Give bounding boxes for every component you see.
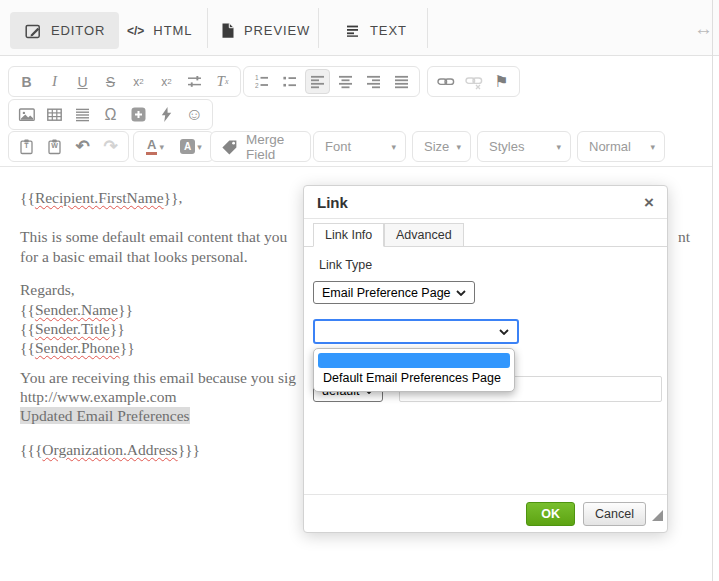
option-empty-highlighted[interactable] [318,353,510,368]
image-button[interactable] [14,102,39,127]
tab-html[interactable]: </> HTML [113,12,206,49]
undo-icon: ↶ [75,138,89,155]
link-type-select[interactable]: Email Preference Page [313,281,475,304]
tab-text[interactable]: TEXT [330,12,421,49]
merge-field-button[interactable]: Merge Field [210,131,311,162]
panel-resize-handle[interactable]: ↔ [694,18,713,40]
body-text-line: for a basic email that looks personal. [20,247,248,266]
preference-page-select[interactable] [313,319,519,344]
strikethrough-button[interactable]: S [98,69,123,94]
toolbar-group-clipboard: T W ↶ ↷ [8,131,129,162]
text-color-button[interactable]: A ▾ [139,134,171,159]
justify-icon [393,73,410,90]
ok-button[interactable]: OK [526,502,575,526]
toolbar-group-colors: A ▾ A ▾ [133,131,214,162]
toolbar-group-basicstyles: B I U S x2 x2 Tx [8,66,241,97]
redo-icon: ↷ [103,138,117,155]
dialog-tab-advanced[interactable]: Advanced [384,223,464,247]
link-icon [437,73,455,90]
horizontal-rule-button[interactable] [70,102,95,127]
tab-html-label: HTML [153,23,192,38]
embed-media-button[interactable] [126,102,151,127]
dialog-tab-link-info[interactable]: Link Info [313,223,384,247]
undo-button[interactable]: ↶ [70,134,95,159]
ordered-list-icon: 12 [253,73,270,90]
align-right-button[interactable] [361,69,386,94]
tab-text-label: TEXT [370,23,407,38]
cancel-button[interactable]: Cancel [583,502,646,526]
caret-down-icon: ▾ [391,142,396,152]
bold-button[interactable]: B [14,69,39,94]
pencil-square-icon [24,22,42,40]
bulleted-list-button[interactable] [277,69,302,94]
dialog-resize-handle[interactable] [652,510,663,521]
italic-button[interactable]: I [42,69,67,94]
align-center-icon [337,73,354,90]
chevron-down-icon [456,290,466,296]
merge-field-organization: {{{Organization.Address}}} [20,440,200,459]
table-button[interactable] [42,102,67,127]
editor-right-border [712,0,713,581]
text-color-icon: A [146,138,157,155]
align-center-button[interactable] [333,69,358,94]
dialog-header[interactable]: Link × [304,186,667,219]
body-text-line: You are receiving this email because you… [20,368,296,387]
flag-icon: ⚑ [494,72,508,91]
horizontal-rule-icon [74,106,91,123]
dialog-title: Link [317,194,348,211]
tab-editor[interactable]: EDITOR [10,12,119,49]
lightning-icon [158,106,175,123]
ordered-list-button[interactable]: 12 [249,69,274,94]
dialog-footer: OK Cancel [304,494,667,532]
tab-divider [207,8,208,48]
close-icon[interactable]: × [644,194,654,211]
smiley-icon: ☺ [186,105,203,125]
body-text-line: Regards, [20,280,75,299]
link-button[interactable] [433,69,458,94]
line-spacing-button[interactable] [182,69,207,94]
body-text-line: This is some default email content that … [20,227,287,246]
mode-tabbar: EDITOR </> HTML PREVIEW TEXT ↔ [0,0,719,56]
tab-divider [318,8,319,48]
tab-divider [427,8,428,48]
option-default-email-preferences[interactable]: Default Email Preferences Page [316,369,512,388]
bg-color-button[interactable]: A ▾ [174,134,208,159]
emoji-button[interactable]: ☺ [182,102,207,127]
superscript-button[interactable]: x2 [154,69,179,94]
justify-button[interactable] [389,69,414,94]
font-dropdown[interactable]: Font▾ [313,131,406,162]
subscript-button[interactable]: x2 [126,69,151,94]
select-options-popup: Default Email Preferences Page [313,348,515,392]
paste-text-button[interactable]: T [14,134,39,159]
unlink-button[interactable] [461,69,486,94]
tab-preview[interactable]: PREVIEW [206,12,324,49]
anchor-button[interactable]: ⚑ [489,69,514,94]
special-char-button[interactable]: Ω [98,102,123,127]
svg-text:2: 2 [255,82,259,89]
caret-down-icon: ▾ [650,142,655,152]
link-dialog: Link × Link Info Advanced Link Type Emai… [303,185,668,533]
merge-field-sender-name: {{Sender.Name}} [20,300,133,319]
plus-box-icon [130,106,147,123]
unlink-icon [465,73,483,90]
underline-button[interactable]: U [70,69,95,94]
omega-icon: Ω [105,106,117,124]
code-icon: </> [127,24,144,38]
tag-icon [221,138,239,156]
size-dropdown[interactable]: Size▾ [412,131,471,162]
tab-editor-label: EDITOR [51,23,105,38]
align-right-icon [365,73,382,90]
styles-dropdown[interactable]: Styles▾ [477,131,571,162]
site-url-text: http://www.example.com [20,387,177,406]
body-text-line-tail: nt [678,227,690,246]
table-icon [46,106,63,123]
bulleted-list-icon [281,73,298,90]
flash-button[interactable] [154,102,179,127]
paragraph-format-dropdown[interactable]: Normal▾ [577,131,665,162]
remove-format-button[interactable]: Tx [210,69,235,94]
paste-word-button[interactable]: W [42,134,67,159]
toolbar-group-paragraph: 12 [243,66,420,97]
redo-button[interactable]: ↷ [98,134,123,159]
align-left-button[interactable] [305,69,330,94]
editor-toolbar: B I U S x2 x2 Tx 12 [0,56,712,167]
